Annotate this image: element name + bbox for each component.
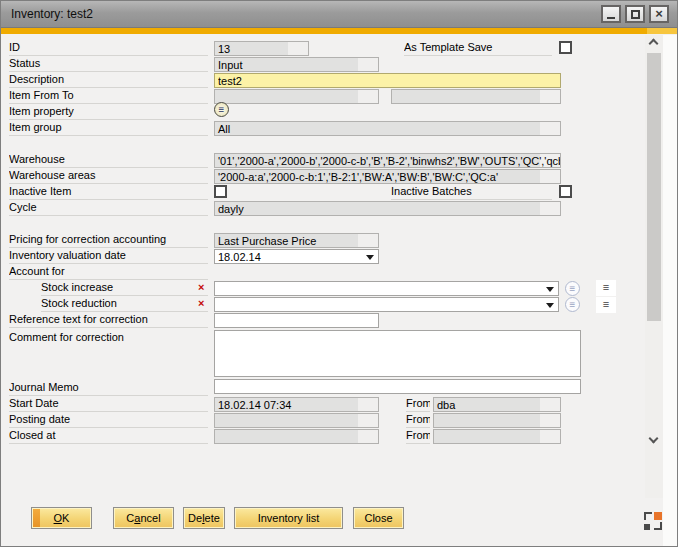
warehouse-areas-value: '2000-a:a','2000-c-b:1','B-2:1','BW:A','… xyxy=(214,169,561,184)
close-dialog-button[interactable]: Close xyxy=(353,507,404,529)
stock-reduction-combo[interactable] xyxy=(214,297,559,312)
scroll-up-icon[interactable] xyxy=(649,39,659,49)
item-group-label: Item group xyxy=(9,121,208,136)
maximize-button[interactable] xyxy=(625,5,645,23)
pricing-label: Pricing for correction accounting xyxy=(9,233,208,248)
description-label: Description xyxy=(9,73,208,88)
inactive-item-checkbox[interactable] xyxy=(214,185,227,198)
chevron-down-icon xyxy=(546,287,554,292)
stock-increase-required-icon: × xyxy=(198,281,210,295)
closed-at-value xyxy=(214,429,379,444)
item-group-value: All xyxy=(214,121,561,136)
window-title: Inventory: test2 xyxy=(11,7,93,21)
scroll-down-icon[interactable] xyxy=(649,434,659,444)
scrollbar-thumb[interactable] xyxy=(647,53,661,321)
comment-textarea[interactable] xyxy=(214,330,581,377)
stock-increase-label: Stock increase xyxy=(41,281,208,296)
inventory-list-button[interactable]: Inventory list xyxy=(234,507,343,529)
inventory-dialog-window: Inventory: test2 × ID 13 As Template Sav… xyxy=(0,0,678,547)
reference-text-label: Reference text for correction xyxy=(9,313,208,328)
right-gutter xyxy=(663,35,677,546)
comment-label: Comment for correction xyxy=(9,331,208,346)
closed-at-label: Closed at xyxy=(9,429,208,444)
stock-increase-menu-icon[interactable]: ≡ xyxy=(596,280,616,296)
warehouse-value: '01','2000-a','2000-b','2000-c-b','B','B… xyxy=(214,153,561,168)
journal-memo-label: Journal Memo xyxy=(9,381,208,396)
delete-button[interactable]: Delete xyxy=(183,507,225,529)
inactive-batches-checkbox[interactable] xyxy=(559,185,572,198)
close-icon: × xyxy=(655,9,663,19)
warehouse-areas-label: Warehouse areas xyxy=(9,169,208,184)
chevron-down-icon xyxy=(546,303,554,308)
stock-reduction-required-icon: × xyxy=(198,297,210,311)
inactive-item-label: Inactive Item xyxy=(9,185,208,200)
description-input[interactable] xyxy=(214,73,561,88)
maximize-icon xyxy=(631,10,640,19)
start-from-label: From xyxy=(406,397,430,412)
start-date-label: Start Date xyxy=(9,397,208,412)
stock-reduction-label: Stock reduction xyxy=(41,297,208,312)
valuation-date-value: 18.02.14 xyxy=(218,250,261,264)
accent-bar xyxy=(1,28,677,34)
account-for-label: Account for xyxy=(9,265,208,280)
posting-date-value xyxy=(214,413,379,428)
pricing-value: Last Purchase Price xyxy=(214,233,379,248)
start-from-value: dba xyxy=(433,397,561,412)
ok-button[interactable]: OK xyxy=(31,507,92,529)
window-controls: × xyxy=(601,5,669,23)
item-to-value xyxy=(391,89,561,104)
stock-increase-choose-icon[interactable]: ≡ xyxy=(565,281,580,296)
closed-from-value xyxy=(433,429,561,444)
ok-button-accent xyxy=(33,509,40,527)
valuation-date-combo[interactable]: 18.02.14 xyxy=(214,249,379,264)
journal-memo-input[interactable] xyxy=(214,379,581,394)
inactive-batches-label: Inactive Batches xyxy=(391,185,552,200)
cycle-value: dayly xyxy=(214,201,561,216)
as-template-save-checkbox[interactable] xyxy=(559,41,572,54)
vertical-scrollbar[interactable] xyxy=(645,35,663,498)
closed-from-label: From xyxy=(406,429,430,444)
button-bar: OK Cancel Delete Inventory list Close xyxy=(1,507,677,531)
title-bar: Inventory: test2 × xyxy=(1,1,677,28)
posting-from-label: From xyxy=(406,413,430,428)
item-property-choose-icon[interactable]: ≡ xyxy=(214,102,229,117)
valuation-date-label: Inventory valuation date xyxy=(9,249,208,264)
chevron-down-icon xyxy=(366,255,374,260)
minimize-icon xyxy=(607,17,615,19)
id-value: 13 xyxy=(214,41,309,56)
as-template-save-label: As Template Save xyxy=(404,41,552,56)
minimize-button[interactable] xyxy=(601,5,621,23)
id-label: ID xyxy=(9,41,208,56)
stock-reduction-menu-icon[interactable]: ≡ xyxy=(596,297,616,313)
posting-from-value xyxy=(433,413,561,428)
status-value: Input xyxy=(214,57,379,72)
reference-text-input[interactable] xyxy=(214,313,379,328)
cancel-button[interactable]: Cancel xyxy=(113,507,174,529)
start-date-value: 18.02.14 07:34 xyxy=(214,397,379,412)
posting-date-label: Posting date xyxy=(9,413,208,428)
resize-grip-icon[interactable] xyxy=(644,512,662,530)
cycle-label: Cycle xyxy=(9,201,208,216)
accent-bar-end xyxy=(647,28,677,34)
stock-reduction-choose-icon[interactable]: ≡ xyxy=(565,297,580,312)
status-label: Status xyxy=(9,57,208,72)
item-from-value xyxy=(214,89,379,104)
warehouse-label: Warehouse xyxy=(9,153,208,168)
close-button[interactable]: × xyxy=(649,5,669,23)
item-property-label: Item property xyxy=(9,105,208,120)
item-from-to-label: Item From To xyxy=(9,89,208,104)
stock-increase-combo[interactable] xyxy=(214,281,559,296)
